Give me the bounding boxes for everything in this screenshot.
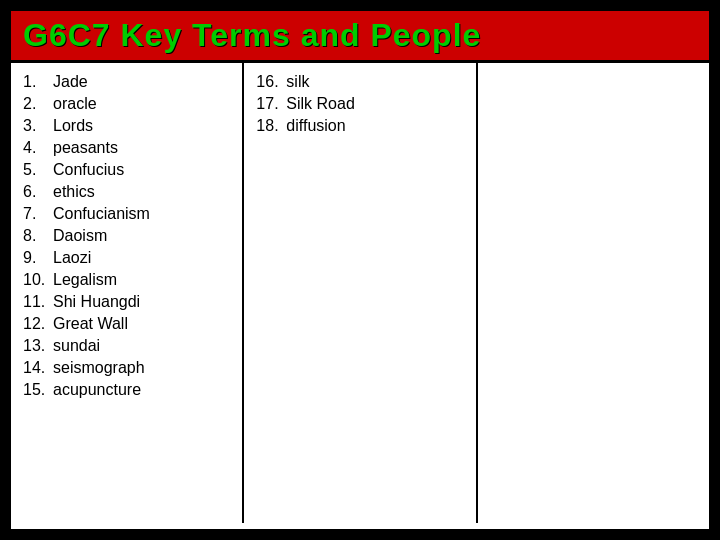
term-row: 3.Lords	[23, 117, 230, 135]
term-number: 8.	[23, 227, 53, 245]
term-label: Confucianism	[53, 205, 150, 223]
term-row: 1.Jade	[23, 73, 230, 91]
term-label: diffusion	[286, 117, 345, 135]
term-number: 18.	[256, 117, 286, 135]
term-number: 6.	[23, 183, 53, 201]
term-row: 14.seismograph	[23, 359, 230, 377]
term-row: 17.Silk Road	[256, 95, 463, 113]
column-3	[478, 63, 709, 523]
term-label: Jade	[53, 73, 88, 91]
term-label: Lords	[53, 117, 93, 135]
term-number: 9.	[23, 249, 53, 267]
term-row: 10.Legalism	[23, 271, 230, 289]
term-row: 6.ethics	[23, 183, 230, 201]
term-label: peasants	[53, 139, 118, 157]
term-number: 5.	[23, 161, 53, 179]
page-background: G6C7 Key Terms and People 1.Jade2. oracl…	[0, 0, 720, 540]
term-number: 4.	[23, 139, 53, 157]
term-number: 10.	[23, 271, 53, 289]
term-row: 5. Confucius	[23, 161, 230, 179]
term-label: ethics	[53, 183, 95, 201]
term-label: Legalism	[53, 271, 117, 289]
term-row: 4. peasants	[23, 139, 230, 157]
term-number: 3.	[23, 117, 53, 135]
term-label: acupuncture	[53, 381, 141, 399]
term-number: 7.	[23, 205, 53, 223]
term-number: 14.	[23, 359, 53, 377]
term-label: silk	[286, 73, 309, 91]
term-number: 12.	[23, 315, 53, 333]
term-row: 2. oracle	[23, 95, 230, 113]
term-row: 7.Confucianism	[23, 205, 230, 223]
content-area: 1.Jade2. oracle3.Lords4. peasants5. Conf…	[11, 63, 709, 523]
term-label: Laozi	[53, 249, 91, 267]
term-number: 16.	[256, 73, 286, 91]
term-number: 1.	[23, 73, 53, 91]
column-1: 1.Jade2. oracle3.Lords4. peasants5. Conf…	[11, 63, 244, 523]
term-row: 11.Shi Huangdi	[23, 293, 230, 311]
term-label: seismograph	[53, 359, 145, 377]
term-label: Confucius	[53, 161, 124, 179]
term-label: oracle	[53, 95, 97, 113]
term-number: 13.	[23, 337, 53, 355]
column-2: 16.silk17.Silk Road18.diffusion	[244, 63, 477, 523]
term-row: 8.Daoism	[23, 227, 230, 245]
term-row: 16.silk	[256, 73, 463, 91]
term-row: 15.acupuncture	[23, 381, 230, 399]
term-label: Shi Huangdi	[53, 293, 140, 311]
term-row: 18.diffusion	[256, 117, 463, 135]
term-label: Great Wall	[53, 315, 128, 333]
page-title: G6C7 Key Terms and People	[23, 17, 697, 54]
page-container: G6C7 Key Terms and People 1.Jade2. oracl…	[8, 8, 712, 532]
term-number: 2.	[23, 95, 53, 113]
term-number: 17.	[256, 95, 286, 113]
term-row: 12.Great Wall	[23, 315, 230, 333]
term-label: Daoism	[53, 227, 107, 245]
title-bar: G6C7 Key Terms and People	[11, 11, 709, 63]
term-row: 13.sundai	[23, 337, 230, 355]
term-number: 11.	[23, 293, 53, 311]
term-label: Silk Road	[286, 95, 354, 113]
term-number: 15.	[23, 381, 53, 399]
term-row: 9.Laozi	[23, 249, 230, 267]
term-label: sundai	[53, 337, 100, 355]
